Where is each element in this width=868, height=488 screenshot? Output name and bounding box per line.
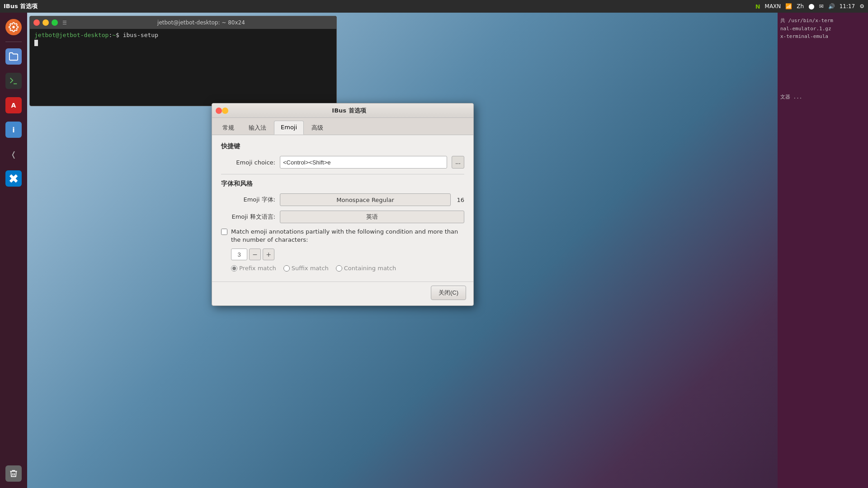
radio-suffix-input[interactable] (283, 265, 290, 272)
app-title: IBus 首选项 (4, 2, 38, 10)
shortcuts-title: 快捷键 (221, 142, 464, 150)
terminal-user: jetbot@jetbot-desktop (34, 32, 108, 38)
terminal-close-btn[interactable] (33, 19, 40, 26)
close-dialog-btn[interactable]: 关闭(C) (431, 286, 466, 300)
nvidia-icon: N (755, 3, 760, 10)
section-divider (221, 174, 464, 174)
terminal-command: ibus-setup (123, 32, 158, 38)
terminal-cursor (34, 40, 38, 46)
font-label: Emoji 字体: (221, 196, 275, 204)
lang-label: Emoji 释文语言: (221, 213, 275, 221)
minus-btn[interactable]: − (249, 249, 261, 260)
mail-icon: ✉ (819, 3, 824, 9)
ibus-dialog: IBus 首选项 常规 输入法 Emoji 高级 快捷键 Emoji choic… (212, 103, 474, 306)
radio-row: Prefix match Suffix match Containing mat… (221, 265, 464, 272)
tab-input[interactable]: 输入法 (242, 121, 273, 135)
match-label-line2: the number of characters: (231, 236, 308, 243)
taskbar-right: N MAXN 📶 Zh ⬤ ✉ 🔊 11:17 ⚙ (755, 3, 864, 10)
tab-advanced[interactable]: 高级 (305, 121, 330, 135)
emoji-choice-input[interactable] (280, 156, 447, 169)
radio-prefix-input[interactable] (231, 265, 237, 272)
terminal-grid-icon: ☰ (62, 20, 67, 26)
font-value: Monospace Regular (336, 197, 394, 203)
emoji-choice-label: Emoji choice: (221, 159, 275, 166)
sidebar-item-settings[interactable] (3, 16, 24, 38)
settings-icon[interactable]: ⚙ (859, 3, 864, 9)
terminal-title: jetbot@jetbot-desktop: ~ 80x24 (70, 19, 333, 26)
emoji-choice-dots-btn[interactable]: ... (452, 156, 464, 169)
emoji-choice-row: Emoji choice: ... (221, 156, 464, 169)
svg-point-0 (12, 26, 15, 28)
right-panel-line-1: 共 /usr/bin/x-term (780, 17, 865, 24)
radio-suffix-label: Suffix match (292, 265, 329, 272)
dialog-titlebar: IBus 首选项 (212, 103, 473, 118)
terminal-line-1: jetbot@jetbot-desktop:~$ ibus-setup (34, 32, 332, 38)
terminal-body[interactable]: jetbot@jetbot-desktop:~$ ibus-setup (30, 29, 336, 106)
terminal-path: ~ (112, 32, 116, 38)
font-style-title: 字体和风格 (221, 180, 464, 188)
sidebar: A i ❬ (0, 13, 27, 488)
match-checkbox-label: Match emoji annotations partially with t… (231, 228, 458, 244)
sidebar-item-files[interactable] (3, 46, 24, 67)
font-row: Emoji 字体: Monospace Regular 16 (221, 193, 464, 206)
sidebar-collapse-btn[interactable]: ❬ (3, 143, 24, 165)
tab-general[interactable]: 常规 (216, 121, 241, 135)
right-panel-line-4: 文器 ... (780, 94, 865, 100)
dialog-content: 快捷键 Emoji choice: ... 字体和风格 Emoji 字体: Mo… (212, 135, 473, 282)
taskbar-title: IBus 首选项 (4, 2, 38, 10)
right-panel: 共 /usr/bin/x-term nal-emulator.1.gz x-te… (778, 13, 868, 488)
match-label-line1: Match emoji annotations partially with t… (231, 228, 458, 235)
number-row: − + (221, 249, 464, 260)
sidebar-item-terminal[interactable] (3, 70, 24, 92)
lang-select-btn[interactable]: 英语 (280, 211, 464, 223)
zh-label: Zh (797, 3, 804, 9)
dialog-tabs: 常规 输入法 Emoji 高级 (212, 118, 473, 135)
match-checkbox-row: Match emoji annotations partially with t… (221, 228, 464, 244)
terminal-dollar: $ (116, 32, 123, 38)
tab-emoji[interactable]: Emoji (274, 121, 304, 135)
radio-containing: Containing match (336, 265, 396, 272)
taskbar-top: IBus 首选项 N MAXN 📶 Zh ⬤ ✉ 🔊 11:17 ⚙ (0, 0, 868, 13)
terminal-max-btn[interactable] (52, 19, 58, 26)
radio-containing-input[interactable] (336, 265, 342, 272)
radio-containing-label: Containing match (344, 265, 396, 272)
sidebar-item-trash[interactable] (3, 463, 24, 484)
dialog-close-btn[interactable] (216, 108, 222, 114)
lang-row: Emoji 释文语言: 英语 (221, 211, 464, 223)
right-panel-line-2: nal-emulator.1.gz (780, 26, 865, 32)
radio-suffix: Suffix match (283, 265, 329, 272)
font-size-value: 16 (455, 197, 464, 203)
wifi-icon: 📶 (785, 3, 792, 9)
terminal-min-btn[interactable] (42, 19, 49, 26)
maxn-label: MAXN (765, 3, 781, 9)
sidebar-item-app[interactable]: A (3, 94, 24, 116)
sidebar-item-vscode[interactable] (3, 168, 24, 189)
volume-icon: 🔊 (828, 3, 835, 9)
lang-value: 英语 (366, 213, 378, 221)
radio-prefix-label: Prefix match (239, 265, 276, 272)
dialog-title: IBus 首选项 (228, 107, 470, 115)
match-checkbox[interactable] (221, 229, 227, 235)
terminal-titlebar: ☰ jetbot@jetbot-desktop: ~ 80x24 (30, 16, 336, 29)
number-input[interactable] (231, 249, 247, 260)
plus-btn[interactable]: + (263, 249, 274, 260)
terminal-window: ☰ jetbot@jetbot-desktop: ~ 80x24 jetbot@… (29, 16, 337, 106)
dialog-footer: 关闭(C) (212, 282, 473, 305)
bluetooth-icon: ⬤ (808, 3, 814, 9)
font-select-btn[interactable]: Monospace Regular (280, 193, 451, 206)
dialog-min-btn[interactable] (222, 108, 228, 114)
sidebar-divider (5, 42, 22, 42)
right-panel-line-3: x-terminal-emula (780, 33, 865, 39)
radio-prefix: Prefix match (231, 265, 276, 272)
sidebar-item-info[interactable]: i (3, 119, 24, 141)
clock: 11:17 (840, 3, 855, 9)
